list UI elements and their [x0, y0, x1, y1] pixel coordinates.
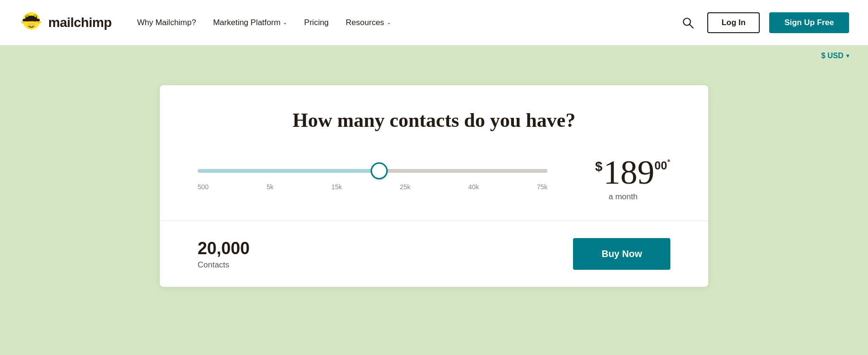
navbar: mailchimp Why Mailchimp? Marketing Platf…: [0, 0, 868, 45]
logo-link[interactable]: mailchimp: [19, 10, 112, 35]
currency-selector[interactable]: $ USD ▾: [821, 52, 849, 60]
nav-why-mailchimp[interactable]: Why Mailchimp?: [130, 14, 203, 31]
navbar-nav: Why Mailchimp? Marketing Platform ⌄ Pric…: [130, 14, 678, 31]
search-button[interactable]: [678, 13, 698, 33]
slider-section: 500 5k 15k 25k 40k 75k $ 189 00 *: [198, 155, 670, 202]
contacts-label: Contacts: [198, 260, 250, 270]
navbar-actions: Log In Sign Up Free: [678, 12, 849, 33]
svg-rect-12: [23, 19, 40, 21]
price-dollar-sign: $: [595, 160, 603, 173]
resources-chevron-icon: ⌄: [387, 19, 391, 26]
slider-label-25k: 25k: [400, 183, 411, 191]
slider-label-15k: 15k: [331, 183, 342, 191]
price-main: 189: [603, 155, 654, 189]
slider-label-5k: 5k: [267, 183, 274, 191]
price-display: $ 189 00 * a month: [576, 155, 670, 202]
slider-label-75k: 75k: [537, 183, 547, 191]
slider-track-wrapper: [198, 166, 547, 175]
price-amount: $ 189 00 *: [576, 155, 670, 189]
currency-label: $ USD: [821, 52, 843, 60]
marketing-platform-chevron-icon: ⌄: [283, 19, 287, 26]
slider-container: 500 5k 15k 25k 40k 75k: [198, 166, 547, 191]
slider-label-500: 500: [198, 183, 208, 191]
signup-button[interactable]: Sign Up Free: [769, 12, 849, 33]
contacts-slider[interactable]: [198, 169, 547, 173]
mailchimp-logo-icon: [19, 10, 43, 35]
contacts-count: 20,000 Contacts: [198, 239, 250, 270]
contacts-question: How many contacts do you have?: [198, 109, 670, 132]
price-period: a month: [576, 192, 670, 202]
search-icon: [682, 17, 694, 29]
sub-header: $ USD ▾: [0, 45, 868, 66]
nav-pricing[interactable]: Pricing: [297, 14, 335, 31]
pricing-card: How many contacts do you have? 500 5k 15…: [160, 85, 708, 287]
nav-resources[interactable]: Resources ⌄: [339, 14, 397, 31]
main-content: How many contacts do you have? 500 5k 15…: [0, 66, 868, 355]
slider-label-40k: 40k: [469, 183, 479, 191]
contacts-number: 20,000: [198, 239, 250, 258]
price-cents: 00: [654, 160, 667, 171]
buy-now-button[interactable]: Buy Now: [573, 238, 670, 270]
slider-labels: 500 5k 15k 25k 40k 75k: [198, 183, 547, 191]
nav-marketing-platform[interactable]: Marketing Platform ⌄: [207, 14, 294, 31]
logo-text: mailchimp: [48, 15, 112, 30]
currency-chevron-icon: ▾: [846, 53, 849, 59]
pricing-card-bottom: 20,000 Contacts Buy Now: [160, 221, 708, 287]
login-button[interactable]: Log In: [707, 12, 760, 33]
price-asterisk: *: [667, 158, 670, 167]
svg-line-14: [690, 24, 694, 28]
pricing-card-top: How many contacts do you have? 500 5k 15…: [160, 85, 708, 221]
